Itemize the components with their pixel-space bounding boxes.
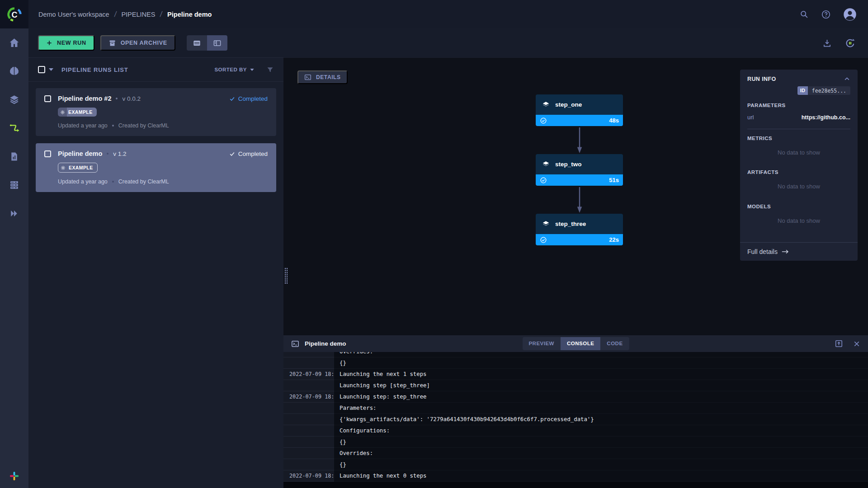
divider [747,129,850,129]
maximize-panel-icon[interactable] [835,339,843,348]
layers-icon [9,94,20,105]
slack-icon [9,471,19,481]
card-top-row: Pipeline demo v 1.2 Completed [44,150,268,157]
step-header: step_one [536,94,623,115]
log-timestamp [283,403,334,414]
tab-preview[interactable]: PREVIEW [522,337,561,350]
panel-resize-handle[interactable] [284,267,288,284]
main-area: NEW RUN OPEN ARCHIVE [28,28,868,488]
step-name: step_two [555,161,582,168]
sidebar-item-workers-queues[interactable] [9,179,20,191]
breadcrumb: Demo User's workspace / PIPELINES / Pipe… [38,10,212,19]
run-meta: Updated a year ago Created by ClearML [58,178,268,185]
full-details-link[interactable]: Full details [740,242,858,261]
clearml-logo[interactable]: C [0,0,28,28]
log-timestamp: 2022-07-09 18:19:28 [283,470,334,482]
log-row: Configurations: [283,425,868,436]
log-row: {'kwargs_artifacts/data': '7279a641430f4… [283,414,868,425]
user-avatar[interactable] [843,8,857,21]
metrics-section-title: METRICS [740,136,858,141]
log-row: {} [283,436,868,448]
sidebar-item-pipelines[interactable] [9,122,20,134]
step-node-step-two[interactable]: step_two 51s [536,154,623,186]
tag-row: EXAMPLE [58,108,268,117]
run-created-by: Created by ClearML [118,122,169,129]
dot-separator [107,153,108,155]
split-view-icon [213,39,222,47]
close-icon[interactable] [853,340,860,347]
sidebar-item-home[interactable] [9,37,20,48]
report-icon [9,151,19,162]
tag-label: EXAMPLE [67,163,97,172]
sidebar-item-datasets[interactable] [9,94,20,105]
sidebar-item-slack[interactable] [9,470,19,482]
step-duration: 48s [609,117,619,124]
task-layers-icon [542,160,550,169]
clearml-logo-icon: C [6,6,23,23]
log-message: {} [334,436,868,448]
run-card-pipeline-demo[interactable]: Pipeline demo v 1.2 Completed [36,143,276,192]
select-all-caret-icon[interactable] [49,68,53,71]
brain-icon [9,66,20,77]
step-header: step_three [536,214,623,234]
log-row: Overrides: [283,448,868,459]
run-info-panel: RUN INFO ID fee28e55... PARAMETERS url h… [740,70,858,261]
download-icon[interactable] [822,38,832,48]
run-status-badge: Completed [229,150,268,157]
log-row: 2022-07-09 18:19:28 Launching the next 0… [283,470,868,482]
auto-refresh-icon[interactable] [844,38,856,49]
open-archive-label: OPEN ARCHIVE [121,40,167,46]
svg-text:C: C [11,10,17,19]
dag-edge-arrow [536,126,623,154]
tab-code[interactable]: CODE [600,337,629,350]
check-circle-icon [540,177,547,184]
sorted-by-dropdown[interactable]: SORTED BY [214,67,254,72]
run-card-pipeline-demo-2[interactable]: Pipeline demo #2 v 0.0.2 Completed [36,88,276,136]
runs-list-header: PIPELINE RUNS LIST SORTED BY [28,58,283,82]
table-view-toggle[interactable] [187,35,207,51]
console-header: Pipeline demo PREVIEW CONSOLE CODE [283,335,868,352]
pipeline-dag-area: DETAILS step_one [283,57,868,488]
open-archive-button[interactable]: OPEN ARCHIVE [100,35,175,51]
models-section-title: MODELS [740,204,858,209]
select-all-checkbox[interactable] [38,66,45,73]
sidebar-item-projects[interactable] [9,65,20,77]
terminal-icon [304,74,311,81]
collapse-chevron-up-icon[interactable] [844,75,850,82]
log-row: 2022-07-09 18:18:39 Launching the next 1… [283,369,868,380]
console-log[interactable]: Overrides: {} 2022-07-09 18:18:39 [283,352,868,488]
split-view-toggle[interactable] [207,35,227,51]
new-run-button[interactable]: NEW RUN [38,35,94,51]
home-icon [9,37,20,48]
parameters-section-title: PARAMETERS [740,103,858,108]
header-icons [799,8,857,21]
task-layers-icon [542,100,550,109]
parameter-row: url https://github.co... [740,114,858,121]
parameter-value[interactable]: https://github.co... [802,114,850,121]
filter-icon[interactable] [266,66,274,74]
breadcrumb-workspace[interactable]: Demo User's workspace [38,11,109,18]
help-icon[interactable] [821,9,831,19]
top-header: C Demo User's workspace / PIPELINES / Pi… [0,0,868,28]
example-tag: EXAMPLE [58,108,97,117]
run-checkbox[interactable] [44,150,51,157]
runs-cards-list: Pipeline demo #2 v 0.0.2 Completed [28,82,283,488]
log-row: {} [283,357,868,369]
log-message: {'kwargs_artifacts/data': '7279a641430f4… [334,414,868,425]
artifacts-section-title: ARTIFACTS [740,169,858,175]
artifacts-empty-text: No data to show [740,183,858,190]
tab-console[interactable]: CONSOLE [561,337,600,350]
breadcrumb-section[interactable]: PIPELINES [121,11,155,18]
parameter-name: url [747,114,754,121]
step-node-step-one[interactable]: step_one 48s [536,94,623,126]
log-message: {} [334,459,868,470]
sidebar-item-reports[interactable] [9,150,19,162]
run-id-chip[interactable]: ID fee28e55... [740,86,858,95]
step-node-step-three[interactable]: step_three 22s [536,214,623,245]
details-button[interactable]: DETAILS [297,70,348,84]
run-checkbox[interactable] [44,95,51,102]
sidebar-item-applications[interactable] [9,207,20,219]
log-message: {} [334,357,868,369]
step-status-bar: 22s [536,234,623,245]
search-icon[interactable] [799,9,809,19]
